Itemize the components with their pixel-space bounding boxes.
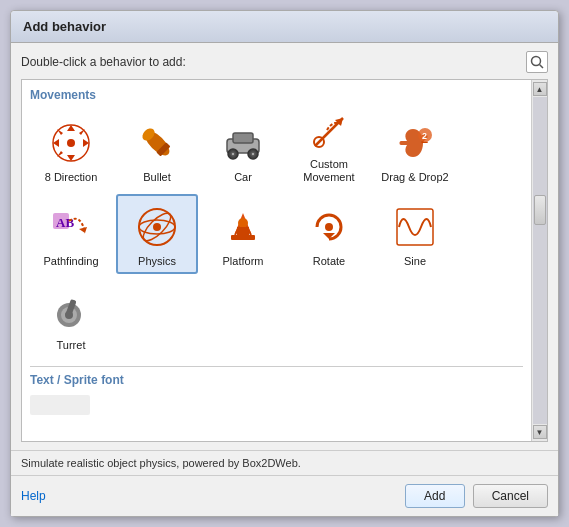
cancel-button[interactable]: Cancel [473, 484, 548, 508]
section-textspritefont-title: Text / Sprite font [30, 373, 523, 387]
8direction-label: 8 Direction [45, 171, 98, 184]
rotate-label: Rotate [313, 255, 345, 268]
turret-icon [47, 287, 95, 335]
behavior-8direction[interactable]: 8 Direction [30, 110, 112, 190]
svg-point-20 [251, 152, 255, 156]
add-behavior-dialog: Add behavior Double-click a behavior to … [10, 10, 559, 517]
bullet-icon [133, 119, 181, 167]
svg-marker-7 [57, 129, 63, 135]
search-button[interactable] [526, 51, 548, 73]
section-divider [30, 366, 523, 367]
behavior-bullet[interactable]: Bullet [116, 110, 198, 190]
svg-marker-8 [79, 129, 85, 135]
svg-point-0 [532, 57, 541, 66]
dialog-title: Add behavior [11, 11, 558, 43]
behavior-rotate[interactable]: Rotate [288, 194, 370, 274]
svg-text:2: 2 [422, 131, 427, 141]
dialog-footer: Help Add Cancel [11, 475, 558, 516]
platform-label: Platform [223, 255, 264, 268]
svg-rect-34 [231, 235, 255, 240]
physics-icon [133, 203, 181, 251]
textspritefont-grid [30, 395, 523, 415]
behavior-list-area: Movements [21, 79, 548, 442]
behavior-turret[interactable]: Turret [30, 278, 112, 358]
svg-point-33 [153, 223, 161, 231]
svg-point-47 [65, 311, 73, 319]
pathfinding-label: Pathfinding [43, 255, 98, 268]
behavior-pathfinding[interactable]: AB Pathfinding [30, 194, 112, 274]
behavior-custom-movement[interactable]: Custom Movement [288, 110, 370, 190]
scroll-content: Movements [22, 80, 531, 441]
car-label: Car [234, 171, 252, 184]
sine-label: Sine [404, 255, 426, 268]
scroll-up-button[interactable]: ▲ [533, 82, 547, 96]
footer-buttons: Add Cancel [405, 484, 548, 508]
behavior-sine[interactable]: Sine [374, 194, 456, 274]
8direction-icon [47, 119, 95, 167]
rotate-icon [305, 203, 353, 251]
scroll-thumb[interactable] [534, 195, 546, 225]
search-icon [530, 55, 544, 69]
custom-movement-icon [305, 110, 353, 154]
behavior-drag-drop2[interactable]: 2 2 Drag & Drop2 [374, 110, 456, 190]
pathfinding-icon: AB [47, 203, 95, 251]
section-movements-title: Movements [30, 88, 523, 102]
svg-point-37 [238, 218, 248, 228]
svg-line-1 [540, 65, 544, 69]
scroll-down-button[interactable]: ▼ [533, 425, 547, 439]
svg-point-19 [231, 152, 235, 156]
help-link[interactable]: Help [21, 489, 46, 503]
add-button[interactable]: Add [405, 484, 465, 508]
search-row: Double-click a behavior to add: [21, 51, 548, 73]
svg-text:AB: AB [56, 215, 74, 230]
svg-rect-43 [397, 209, 433, 245]
scroll-track[interactable] [533, 97, 547, 424]
turret-label: Turret [57, 339, 86, 352]
physics-label: Physics [138, 255, 176, 268]
svg-rect-16 [233, 133, 253, 143]
behavior-car[interactable]: Car [202, 110, 284, 190]
drag-drop2-label: Drag & Drop2 [381, 171, 448, 184]
custom-movement-label: Custom Movement [292, 158, 366, 184]
svg-point-42 [325, 223, 333, 231]
car-icon [219, 119, 267, 167]
placeholder-item [30, 395, 90, 415]
dialog-body: Double-click a behavior to add: Movement… [11, 43, 558, 450]
drag-drop2-icon: 2 2 [391, 119, 439, 167]
svg-marker-9 [57, 151, 63, 157]
platform-icon [219, 203, 267, 251]
behavior-platform[interactable]: Platform [202, 194, 284, 274]
search-label: Double-click a behavior to add: [21, 55, 186, 69]
svg-point-11 [67, 139, 75, 147]
scrollbar[interactable]: ▲ ▼ [531, 80, 547, 441]
sine-icon [391, 203, 439, 251]
bullet-label: Bullet [143, 171, 171, 184]
behavior-physics[interactable]: Physics [116, 194, 198, 274]
status-bar: Simulate realistic object physics, power… [11, 450, 558, 475]
movements-grid: 8 Direction [30, 110, 523, 358]
